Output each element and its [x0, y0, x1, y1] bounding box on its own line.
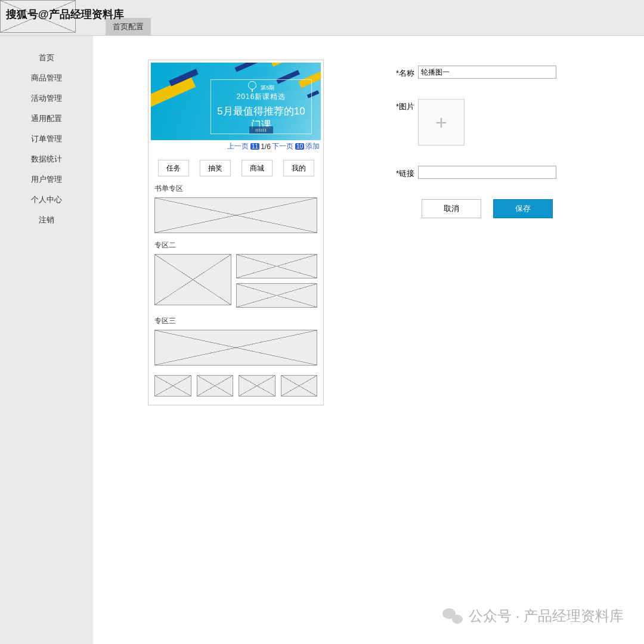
zone3-thumb-3[interactable] — [239, 375, 275, 397]
banner-issue: 第5期 — [261, 85, 274, 91]
link-label: *链接 — [389, 166, 418, 179]
pager-add[interactable]: 添加 — [305, 141, 320, 151]
zone2-right-top-placeholder[interactable] — [236, 254, 317, 278]
sidebar-item-profile[interactable]: 个人中心 — [31, 190, 62, 210]
sidebar-item-products[interactable]: 商品管理 — [31, 68, 62, 88]
zone3-thumb-1[interactable] — [154, 375, 191, 397]
form-column: *名称 *图片 + *链接 取消 保存 — [324, 36, 580, 644]
preview-column: 第5期 2016新课精选 5月最值得推荐的10门课 IIIIII 上一页11 1… — [93, 36, 324, 644]
pager-count: 1/6 — [261, 143, 271, 151]
sidebar: 首页 商品管理 活动管理 通用配置 订单管理 数据统计 用户管理 个人中心 注销 — [0, 36, 93, 644]
watermark-bottom: 公众号 · 产品经理资料库 — [442, 606, 624, 626]
name-input[interactable] — [418, 66, 556, 79]
name-label: *名称 — [389, 66, 418, 79]
zone2-left-placeholder[interactable] — [154, 254, 231, 305]
preview-tabs: 任务 抽奖 商城 我的 — [151, 154, 321, 181]
zone3-wide-placeholder[interactable] — [154, 330, 317, 366]
banner-subtitle: 2016新课精选 — [213, 92, 309, 102]
cancel-button[interactable]: 取消 — [422, 199, 481, 218]
banner-text-box: 第5期 2016新课精选 5月最值得推荐的10门课 IIIIII — [210, 79, 312, 134]
zone3-thumb-4[interactable] — [281, 375, 318, 397]
tab-mall[interactable]: 商城 — [242, 160, 273, 177]
zone3-thumb-2[interactable] — [197, 375, 234, 397]
sidebar-item-activities[interactable]: 活动管理 — [31, 88, 62, 109]
tab-tasks[interactable]: 任务 — [158, 160, 189, 177]
pager-prev[interactable]: 上一页 — [227, 141, 249, 151]
pager-next-badge: 10 — [295, 143, 304, 150]
booklist-placeholder[interactable] — [154, 197, 317, 233]
link-input[interactable] — [418, 166, 556, 179]
pager-prev-badge: 11 — [250, 143, 259, 150]
tab-mine[interactable]: 我的 — [283, 160, 314, 177]
section-title-booklist: 书单专区 — [151, 181, 321, 196]
image-upload[interactable]: + — [418, 99, 465, 145]
sidebar-item-general-config[interactable]: 通用配置 — [31, 109, 62, 129]
image-label: *图片 — [389, 99, 418, 112]
carousel-pager: 上一页11 1/6 下一页10 添加 — [151, 140, 321, 154]
zone2-right-bottom-placeholder[interactable] — [236, 283, 317, 308]
pager-next[interactable]: 下一页 — [272, 141, 293, 151]
section-title-zone2: 专区二 — [151, 238, 321, 253]
plus-icon: + — [435, 111, 447, 134]
tab-lottery[interactable]: 抽奖 — [200, 160, 231, 177]
section-title-zone3: 专区三 — [151, 314, 321, 329]
sidebar-item-home[interactable]: 首页 — [39, 48, 54, 68]
banner-logo: IIIIII — [249, 126, 273, 134]
sidebar-item-logout[interactable]: 注销 — [39, 210, 54, 230]
carousel-banner[interactable]: 第5期 2016新课精选 5月最值得推荐的10门课 IIIIII — [151, 63, 321, 140]
sidebar-item-orders[interactable]: 订单管理 — [31, 129, 62, 149]
watermark-top: 搜狐号@产品经理资料库 — [6, 7, 124, 21]
trophy-icon — [248, 81, 256, 89]
sidebar-item-stats[interactable]: 数据统计 — [31, 149, 62, 169]
sidebar-item-users[interactable]: 用户管理 — [31, 169, 62, 190]
phone-preview: 第5期 2016新课精选 5月最值得推荐的10门课 IIIIII 上一页11 1… — [148, 60, 324, 405]
save-button[interactable]: 保存 — [493, 199, 553, 218]
wechat-icon — [442, 606, 463, 626]
